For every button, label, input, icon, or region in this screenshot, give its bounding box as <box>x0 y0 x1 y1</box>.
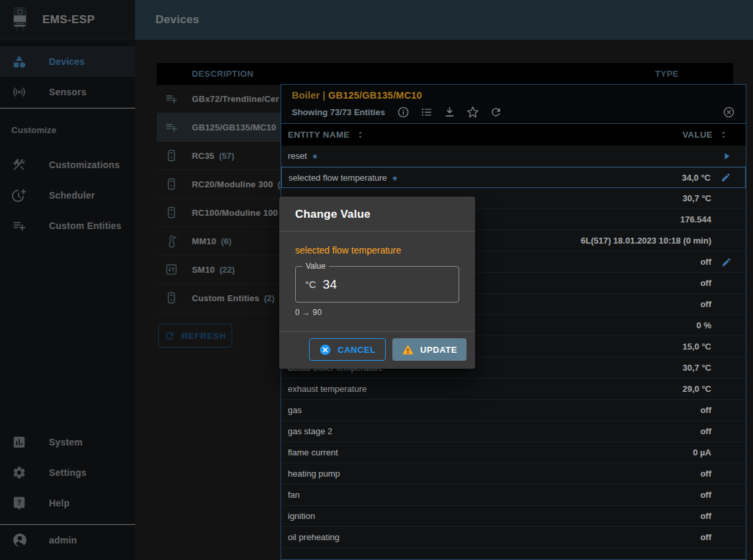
entity-label: selected flow temperature <box>295 245 459 256</box>
value-input-label: Value <box>302 261 329 271</box>
modal-body: selected flow temperature Value °C 34 0 … <box>279 232 475 331</box>
value-unit: °C <box>305 279 316 290</box>
cancel-button[interactable]: CANCEL <box>309 338 386 361</box>
modal-header: Change Value <box>279 197 475 232</box>
cancel-button-label: CANCEL <box>337 345 376 355</box>
screen: Devices EMS-ESP Devices Sensors Customiz… <box>0 0 753 560</box>
update-button[interactable]: UPDATE <box>392 338 466 361</box>
value-text: 34 <box>323 277 337 292</box>
modal-footer: CANCEL UPDATE <box>279 331 475 369</box>
warning-icon <box>402 344 414 356</box>
update-button-label: UPDATE <box>420 345 457 355</box>
value-range-helper: 0 → 90 <box>295 308 459 317</box>
cancel-icon <box>319 344 332 356</box>
value-input[interactable]: Value °C 34 <box>295 266 459 303</box>
modal-title: Change Value <box>295 208 371 220</box>
change-value-modal: Change Value selected flow temperature V… <box>279 197 475 369</box>
